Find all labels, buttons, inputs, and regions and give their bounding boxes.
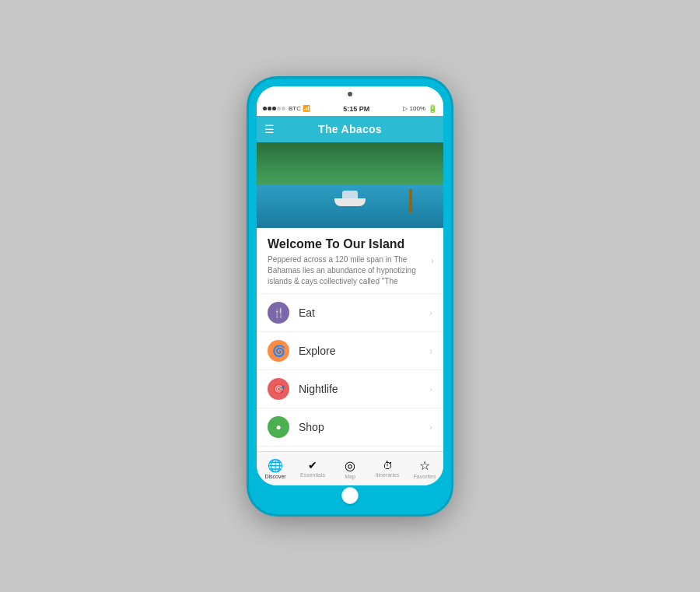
location-icon: ▷ — [403, 105, 408, 112]
camera-dot — [348, 92, 352, 96]
signal-dot-5 — [282, 107, 285, 110]
explore-chevron-icon: › — [429, 346, 432, 356]
eat-label: Eat — [299, 307, 429, 319]
phone-screen: BTC 📶 5:15 PM ▷ 100% 🔋 ☰ The Abacos — [257, 86, 443, 485]
nightlife-label: Nightlife — [299, 383, 429, 395]
favorites-tab-icon: ☆ — [419, 458, 430, 473]
explore-label: Explore — [299, 345, 429, 357]
favorites-tab-label: Favorites — [414, 474, 436, 479]
menu-item-nightlife[interactable]: 🎯 Nightlife › — [257, 370, 443, 408]
boat-hull — [334, 198, 366, 206]
phone-top-area — [257, 86, 443, 102]
welcome-section[interactable]: Welcome To Our Island Peppered across a … — [257, 228, 443, 294]
phone-device: BTC 📶 5:15 PM ▷ 100% 🔋 ☰ The Abacos — [249, 79, 451, 514]
essentials-tab-label: Essentials — [300, 472, 325, 478]
shop-chevron-icon: › — [429, 422, 432, 432]
tab-map[interactable]: ◎ Map — [331, 458, 369, 479]
dock-post — [409, 189, 412, 212]
nightlife-chevron-icon: › — [429, 384, 432, 394]
battery-percent: 100% — [410, 105, 425, 112]
status-time: 5:15 PM — [343, 105, 369, 113]
map-tab-icon: ◎ — [345, 458, 355, 473]
menu-item-explore[interactable]: 🌀 Explore › — [257, 332, 443, 370]
nav-bar: ☰ The Abacos — [257, 116, 443, 142]
battery-icon: 🔋 — [428, 104, 437, 113]
hero-image — [257, 142, 443, 228]
nav-title: The Abacos — [318, 123, 382, 135]
signal-dot-4 — [277, 107, 281, 110]
boat-illustration — [334, 191, 366, 206]
wifi-icon: 📶 — [303, 105, 310, 112]
tab-bar: 🌐 Discover ✔ Essentials ◎ Map ⏱ Itinerar… — [257, 451, 443, 485]
signal-dot-3 — [272, 107, 276, 110]
eat-icon: 🍴 — [268, 302, 289, 324]
tab-favorites[interactable]: ☆ Favorites — [406, 458, 443, 479]
discover-tab-label: Discover — [264, 474, 285, 479]
tab-itineraries[interactable]: ⏱ Itineraries — [369, 460, 406, 478]
signal-dot-1 — [263, 107, 267, 110]
signal-dot-2 — [268, 107, 271, 110]
itineraries-tab-label: Itineraries — [376, 472, 400, 478]
essentials-tab-icon: ✔ — [308, 459, 317, 471]
menu-item-shop[interactable]: ● Shop › — [257, 408, 443, 447]
carrier-name: BTC — [289, 105, 301, 112]
itineraries-tab-icon: ⏱ — [383, 460, 393, 471]
status-bar: BTC 📶 5:15 PM ▷ 100% 🔋 — [257, 102, 443, 116]
hero-scene — [257, 142, 443, 228]
status-left: BTC 📶 — [263, 105, 310, 112]
content-area: Welcome To Our Island Peppered across a … — [257, 228, 443, 451]
explore-icon: 🌀 — [268, 340, 289, 362]
signal-dots — [263, 107, 285, 110]
menu-item-eat[interactable]: 🍴 Eat › — [257, 294, 443, 332]
nightlife-icon: 🎯 — [268, 378, 289, 400]
shop-icon: ● — [268, 416, 289, 438]
welcome-title: Welcome To Our Island — [268, 237, 432, 251]
menu-list: 🍴 Eat › 🌀 Explore › 🎯 Nightlif — [257, 294, 443, 451]
home-button-area — [341, 485, 359, 506]
menu-button[interactable]: ☰ — [264, 123, 275, 135]
home-button[interactable] — [341, 487, 359, 504]
discover-tab-icon: 🌐 — [268, 458, 283, 473]
shop-label: Shop — [299, 421, 429, 433]
welcome-text: Peppered across a 120 mile span in The B… — [268, 254, 432, 287]
tab-essentials[interactable]: ✔ Essentials — [294, 459, 331, 478]
map-tab-label: Map — [345, 474, 355, 479]
welcome-chevron-icon: › — [431, 255, 434, 266]
status-right: ▷ 100% 🔋 — [403, 104, 437, 113]
tab-discover[interactable]: 🌐 Discover — [257, 458, 294, 479]
menu-item-sleep[interactable]: ◐ Sleep › — [257, 447, 443, 451]
eat-chevron-icon: › — [429, 308, 432, 317]
